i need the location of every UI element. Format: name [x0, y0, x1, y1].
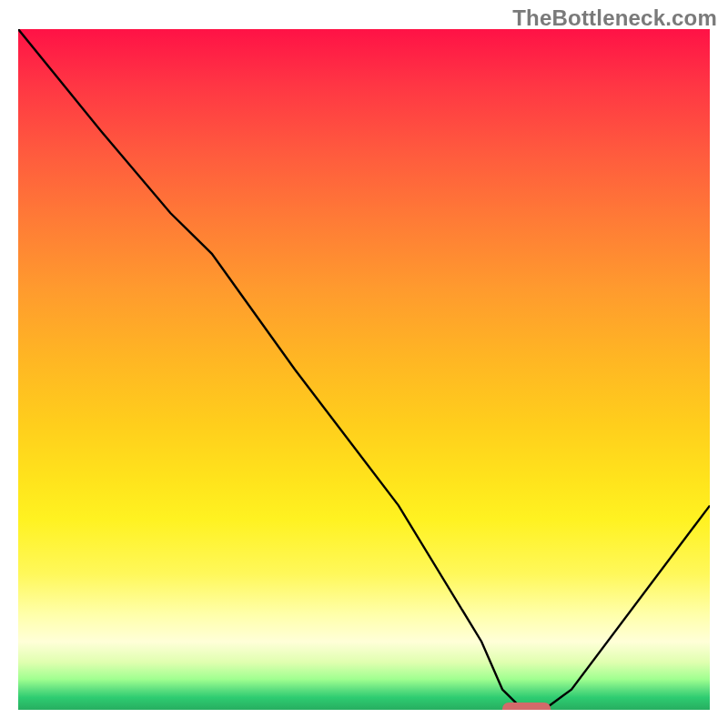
plot-area — [18, 29, 710, 710]
curve-layer — [18, 29, 710, 710]
chart-container: TheBottleneck.com — [0, 0, 728, 728]
bottleneck-curve — [18, 29, 710, 710]
watermark-label: TheBottleneck.com — [512, 5, 717, 31]
optimal-marker — [502, 703, 551, 710]
